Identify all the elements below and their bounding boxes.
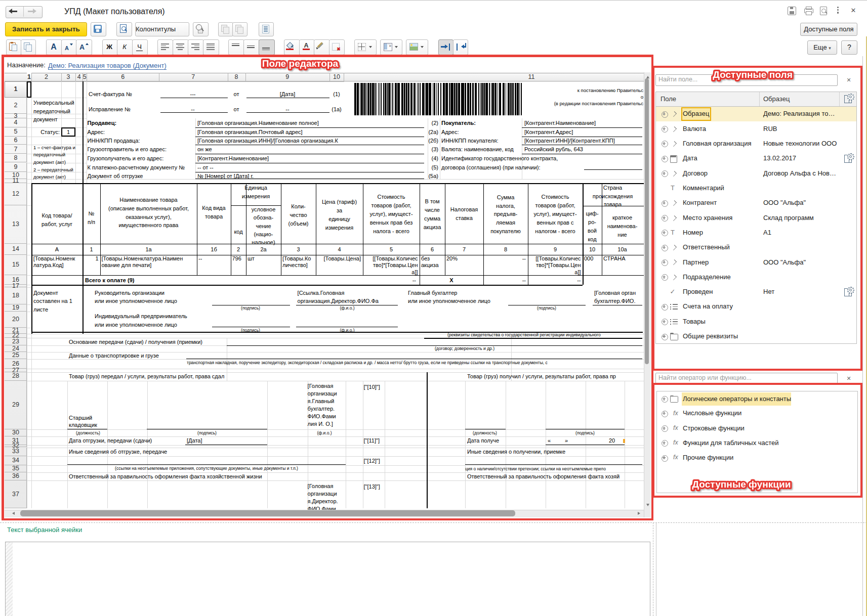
- svg-text:Доступные поля: Доступные поля: [713, 69, 793, 80]
- svg-text:Поле редактора: Поле редактора: [262, 58, 339, 68]
- svg-text:Доступные функции: Доступные функции: [692, 479, 791, 490]
